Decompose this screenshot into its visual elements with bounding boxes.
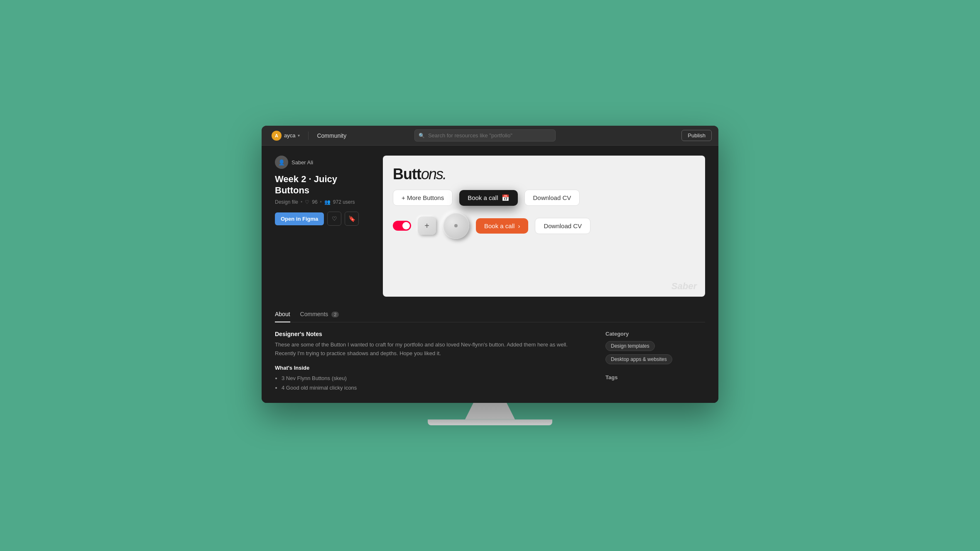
- preview-row-1: + More Buttons Book a call 📅 Download CV: [393, 190, 695, 206]
- heart-icon: ♡: [305, 199, 309, 205]
- monitor-stand-base: [428, 419, 552, 425]
- project-title: Week 2 · Juicy Buttons: [275, 174, 366, 196]
- publish-button[interactable]: Publish: [681, 130, 712, 141]
- monitor-wrapper: A ayca ▾ Community 🔍 Publish 👤 Saber Ali…: [262, 126, 718, 425]
- dot1: •: [301, 199, 302, 205]
- preview-row-2: + Book a call › Download CV: [393, 212, 695, 239]
- list-item: 3 Nev Flynn Buttons (skeu): [282, 373, 589, 383]
- toggle-on[interactable]: [393, 221, 411, 231]
- username-label: ayca: [284, 132, 295, 139]
- author-avatar: 👤: [275, 156, 288, 169]
- knob-inner: [454, 224, 458, 227]
- users-icon: 👥: [324, 199, 331, 205]
- monitor-stand-neck: [448, 403, 532, 419]
- chip-desktop-apps[interactable]: Desktop apps & websites: [605, 354, 672, 364]
- book-call-dark-btn[interactable]: Book a call 📅: [459, 190, 517, 206]
- topnav: A ayca ▾ Community 🔍 Publish: [262, 126, 718, 146]
- whats-inside-title: What's Inside: [275, 365, 589, 371]
- search-bar: 🔍: [414, 129, 556, 141]
- chevron-down-icon: ▾: [298, 133, 300, 138]
- like-button[interactable]: ♡: [327, 212, 341, 226]
- arrow-icon: ›: [518, 222, 520, 229]
- screen: A ayca ▾ Community 🔍 Publish 👤 Saber Ali…: [262, 126, 718, 402]
- buttons-title: Buttons.: [393, 166, 695, 183]
- meta-users: 972 users: [333, 199, 355, 205]
- meta-row: Design file • ♡ 96 • 👥 972 users: [275, 199, 366, 205]
- meta-likes: 96: [312, 199, 317, 205]
- tags-label: Tags: [605, 374, 705, 380]
- open-figma-button[interactable]: Open in Figma: [275, 212, 324, 225]
- left-content: Designer's Notes These are some of the B…: [275, 331, 589, 393]
- search-input[interactable]: [414, 129, 556, 141]
- chip-design-templates[interactable]: Design templates: [605, 341, 655, 351]
- whats-inside-list: 3 Nev Flynn Buttons (skeu) 4 Good old mi…: [275, 373, 589, 393]
- author-name: Saber Ali: [292, 159, 313, 166]
- meta-type: Design file: [275, 199, 298, 205]
- author-row: 👤 Saber Ali: [275, 156, 366, 169]
- preview-area: Buttons. + More Buttons Book a call 📅 Do…: [383, 156, 705, 297]
- tab-comments[interactable]: Comments 2: [300, 307, 339, 322]
- right-content: Category Design templates Desktop apps &…: [605, 331, 705, 393]
- toggle-container: [393, 221, 411, 231]
- notes-title: Designer's Notes: [275, 331, 589, 337]
- below-content: About Comments 2 Designer's Notes These …: [262, 307, 718, 402]
- tabs-row: About Comments 2: [275, 307, 705, 322]
- search-icon: 🔍: [419, 133, 425, 139]
- category-label: Category: [605, 331, 705, 337]
- dot2: •: [320, 199, 322, 205]
- download-cv-top-btn[interactable]: Download CV: [524, 190, 580, 206]
- skeuo-knob[interactable]: [443, 212, 469, 239]
- download-cv-bottom-btn[interactable]: Download CV: [535, 218, 590, 234]
- saber-watermark: Saber: [671, 281, 697, 292]
- book-call-orange-btn[interactable]: Book a call ›: [476, 218, 528, 234]
- tab-about[interactable]: About: [275, 307, 290, 322]
- skeuo-plus-btn[interactable]: +: [418, 217, 436, 235]
- main-content: 👤 Saber Ali Week 2 · Juicy Buttons Desig…: [262, 146, 718, 307]
- book-call-dark-label: Book a call: [468, 194, 498, 201]
- list-item: 4 Good old minimal clicky icons: [282, 383, 589, 393]
- book-call-orange-label: Book a call: [484, 222, 514, 229]
- user-pill[interactable]: A ayca ▾: [268, 129, 303, 142]
- actions-row: Open in Figma ♡ 🔖: [275, 212, 366, 226]
- bookmark-button[interactable]: 🔖: [345, 212, 359, 226]
- left-panel: 👤 Saber Ali Week 2 · Juicy Buttons Desig…: [275, 156, 366, 297]
- preview-inner: Buttons. + More Buttons Book a call 📅 Do…: [383, 156, 705, 297]
- content-columns: Designer's Notes These are some of the B…: [275, 331, 705, 393]
- more-buttons-btn[interactable]: + More Buttons: [393, 190, 453, 206]
- community-link[interactable]: Community: [314, 131, 350, 141]
- calendar-icon: 📅: [502, 194, 510, 202]
- avatar: A: [272, 131, 282, 141]
- notes-text: These are some of the Button I wanted to…: [275, 341, 589, 358]
- nav-divider: [308, 132, 309, 140]
- comments-badge: 2: [331, 312, 339, 317]
